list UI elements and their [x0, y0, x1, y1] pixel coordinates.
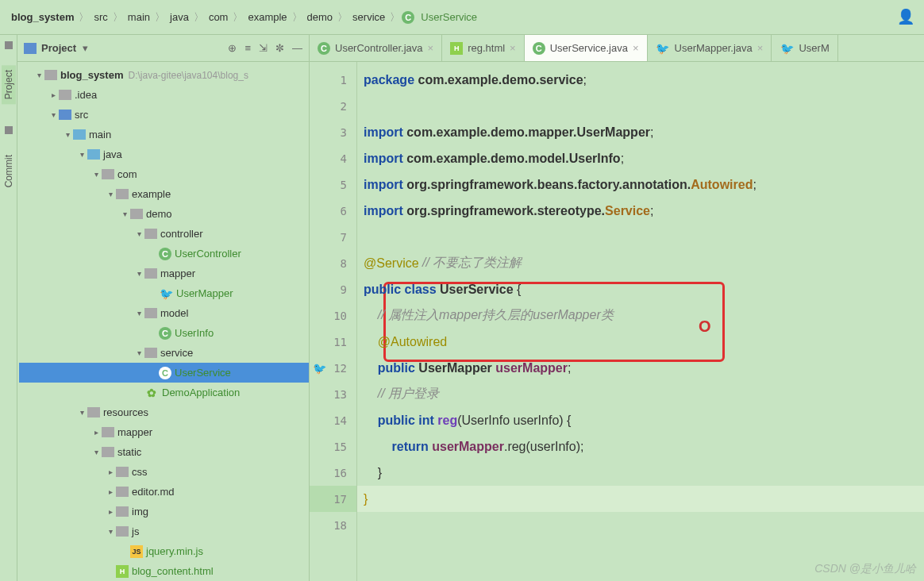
code-line[interactable]: package com.example.demo.service;: [357, 67, 924, 93]
breadcrumb-item[interactable]: example: [244, 11, 290, 23]
code-line[interactable]: import com.example.demo.model.UserInfo;: [357, 145, 924, 171]
project-tree[interactable]: blog_systemD:\java-gitee\java104\blog_s.…: [17, 62, 309, 581]
breadcrumb-item[interactable]: blog_system: [8, 11, 77, 23]
code-line[interactable]: [357, 93, 924, 119]
expand-icon[interactable]: ⇲: [259, 42, 268, 54]
rail-tab-commit[interactable]: Commit: [2, 150, 16, 192]
code-line[interactable]: }: [357, 460, 924, 486]
user-icon[interactable]: 👤: [897, 8, 914, 25]
rail-tab-project[interactable]: Project: [2, 65, 16, 104]
code-line[interactable]: import org.springframework.beans.factory…: [357, 171, 924, 198]
line-number[interactable]: 14: [310, 407, 356, 433]
line-number[interactable]: 8: [310, 250, 356, 276]
tree-arrow[interactable]: [105, 487, 116, 496]
code-area[interactable]: O package com.example.demo.service;impor…: [357, 62, 924, 581]
line-number[interactable]: 5: [310, 171, 356, 198]
tree-item-com[interactable]: com: [19, 164, 309, 184]
line-number[interactable]: 6: [310, 198, 356, 224]
rail-icon[interactable]: [5, 126, 13, 134]
tree-arrow[interactable]: [119, 210, 130, 218]
tree-item-userinfo[interactable]: CUserInfo: [19, 323, 309, 343]
tree-item-service[interactable]: service: [19, 343, 309, 363]
tree-item-userservice[interactable]: CUserService: [19, 363, 309, 383]
code-line[interactable]: public int reg(UserInfo userInfo) {: [357, 407, 924, 433]
breadcrumb-item[interactable]: demo: [304, 11, 337, 23]
tree-item-example[interactable]: example: [19, 184, 309, 204]
line-number[interactable]: 17: [310, 486, 356, 512]
line-number[interactable]: 18: [310, 512, 356, 538]
code-line[interactable]: // 属性注入mapper持久层的userMapper类: [357, 302, 924, 329]
editor-body[interactable]: 123456789101112🐦131415161718 O package c…: [310, 62, 924, 581]
tree-arrow[interactable]: [48, 110, 59, 119]
code-line[interactable]: public class UserService {: [357, 276, 924, 302]
tree-arrow[interactable]: [133, 269, 144, 278]
line-number[interactable]: 13: [310, 381, 356, 407]
rail-icon[interactable]: [5, 41, 13, 49]
tree-item-usercontroller[interactable]: CUserController: [19, 244, 309, 264]
breadcrumb-item[interactable]: src: [90, 11, 110, 23]
tree-item-editor-md[interactable]: editor.md: [19, 482, 309, 502]
tree-item-main[interactable]: main: [19, 125, 309, 144]
minimize-icon[interactable]: —: [292, 42, 302, 54]
tree-item-usermapper[interactable]: 🐦UserMapper: [19, 283, 309, 303]
code-line[interactable]: [357, 512, 924, 538]
tree-item-model[interactable]: model: [19, 303, 309, 323]
tree-arrow[interactable]: [62, 130, 73, 139]
code-line[interactable]: import org.springframework.stereotype.Se…: [357, 198, 924, 224]
tree-item-mapper[interactable]: mapper: [19, 264, 309, 283]
breadcrumb-item[interactable]: java: [167, 11, 192, 23]
line-number[interactable]: 11: [310, 329, 356, 355]
tree-arrow[interactable]: [133, 309, 144, 317]
tree-item-src[interactable]: src: [19, 105, 309, 125]
tree-item-img[interactable]: img: [19, 502, 309, 521]
code-line[interactable]: return userMapper.reg(userInfo);: [357, 433, 924, 460]
tree-arrow[interactable]: [133, 229, 144, 238]
gutter-mark-icon[interactable]: 🐦: [313, 362, 326, 375]
tree-arrow[interactable]: [90, 428, 102, 437]
tree-arrow[interactable]: [105, 467, 116, 476]
tree-arrow[interactable]: [105, 190, 116, 198]
editor-tab[interactable]: CUserService.java×: [525, 35, 648, 61]
close-icon[interactable]: ×: [428, 42, 434, 54]
tree-arrow[interactable]: [33, 71, 44, 79]
project-panel-label[interactable]: Project: [41, 42, 76, 54]
line-number[interactable]: 9: [310, 276, 356, 302]
tree-item-blog-system[interactable]: blog_systemD:\java-gitee\java104\blog_s: [19, 65, 309, 85]
code-line[interactable]: @Service // 不要忘了类注解: [357, 250, 924, 276]
sort-icon[interactable]: ≡: [244, 42, 251, 54]
code-line[interactable]: [357, 224, 924, 250]
line-number[interactable]: 15: [310, 433, 356, 460]
tree-arrow[interactable]: [76, 408, 87, 417]
line-number[interactable]: 3: [310, 119, 356, 145]
tree-arrow[interactable]: [90, 170, 102, 179]
tree-item--idea[interactable]: .idea: [19, 85, 309, 105]
code-line[interactable]: // 用户登录: [357, 381, 924, 407]
tree-item-java[interactable]: java: [19, 144, 309, 164]
tree-item-demoapplication[interactable]: ✿DemoApplication: [19, 383, 309, 402]
tree-arrow[interactable]: [105, 507, 116, 516]
project-view-dropdown[interactable]: ▾: [83, 42, 88, 54]
tree-arrow[interactable]: [90, 448, 102, 456]
line-number[interactable]: 12🐦: [310, 355, 356, 381]
line-number[interactable]: 4: [310, 145, 356, 171]
close-icon[interactable]: ×: [633, 42, 639, 54]
tree-item-blog-content-html[interactable]: Hblog_content.html: [19, 561, 309, 581]
tree-item-resources[interactable]: resources: [19, 402, 309, 422]
code-line[interactable]: }: [357, 486, 924, 512]
breadcrumb-item[interactable]: UserService: [418, 11, 480, 23]
tree-item-demo[interactable]: demo: [19, 204, 309, 224]
tree-item-js[interactable]: js: [19, 521, 309, 541]
close-icon[interactable]: ×: [510, 42, 516, 54]
tree-item-static[interactable]: static: [19, 442, 309, 462]
tree-arrow[interactable]: [105, 527, 116, 536]
tree-item-jquery-min-js[interactable]: JSjquery.min.js: [19, 541, 309, 561]
line-number[interactable]: 16: [310, 460, 356, 486]
code-line[interactable]: @Autowired: [357, 329, 924, 355]
tree-item-controller[interactable]: controller: [19, 224, 309, 244]
close-icon[interactable]: ×: [757, 42, 764, 54]
locate-icon[interactable]: ⊕: [228, 42, 237, 54]
settings-icon[interactable]: ✼: [275, 42, 284, 54]
tree-arrow[interactable]: [133, 348, 144, 357]
tree-arrow[interactable]: [48, 90, 59, 99]
breadcrumb-item[interactable]: service: [349, 11, 388, 23]
